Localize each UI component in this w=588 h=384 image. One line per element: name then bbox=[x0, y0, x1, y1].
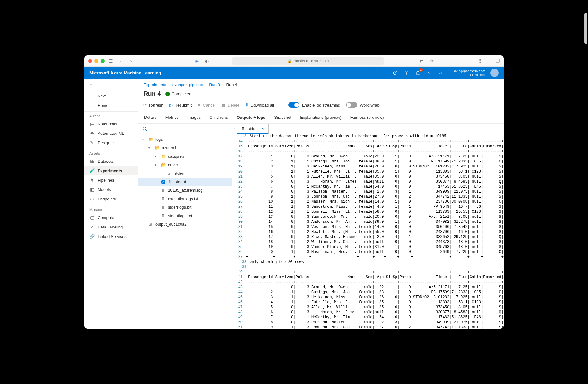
nav-fwd-icon[interactable]: › bbox=[127, 57, 135, 65]
code-line: 32| 16| 1| 2|Hewlett, Mrs. (Ma...|female… bbox=[237, 229, 504, 234]
sidebar-item-label: Automated ML bbox=[98, 131, 124, 136]
file-icon: 🗎 bbox=[241, 126, 245, 131]
line-number: 42 bbox=[237, 280, 246, 285]
translate-icon[interactable]: ⇄ bbox=[418, 57, 425, 65]
code-line: 36| 20| 1| 3|Masselmani, Mrs. ...|female… bbox=[237, 250, 504, 255]
log-streaming-toggle[interactable] bbox=[288, 102, 299, 108]
traffic-lights bbox=[88, 59, 105, 63]
tab-explanations-preview-[interactable]: Explanations (preview) bbox=[299, 112, 342, 123]
privacy-icon[interactable]: ◐ bbox=[203, 57, 211, 65]
feedback-icon[interactable]: ☺ bbox=[437, 70, 444, 76]
tree-folder-azureml[interactable]: ▾📂azureml bbox=[138, 144, 232, 152]
home-icon: ⌂ bbox=[89, 103, 94, 108]
code-line: 22| 6| 0| 3| Moran, Mr. James| male|null… bbox=[237, 179, 504, 184]
history-icon[interactable] bbox=[392, 70, 398, 76]
tab-images[interactable]: Images bbox=[187, 112, 202, 123]
search-icon[interactable] bbox=[138, 124, 232, 134]
tab-snapshot[interactable]: Snapshot bbox=[273, 112, 292, 123]
sidebar-item-label: Experiments bbox=[98, 168, 122, 173]
sidebar-item-linked-services[interactable]: 🔗Linked Services bbox=[84, 232, 138, 241]
breadcrumb-item[interactable]: synapse-pipeline bbox=[172, 82, 203, 87]
lock-icon: 🔒 bbox=[287, 59, 292, 63]
tree-file-executionlogs-txt[interactable]: 🗎executionlogs.txt bbox=[138, 195, 232, 203]
tree-file-stderr[interactable]: 🗎stderr bbox=[138, 169, 232, 178]
tree-item-label: stderr bbox=[174, 171, 185, 176]
tree-folder-driver[interactable]: ▾📂driver bbox=[138, 161, 232, 169]
line-number: 15 bbox=[237, 144, 246, 149]
sidebar-item-automated-ml[interactable]: ❖Automated ML bbox=[84, 129, 138, 138]
avatar[interactable] bbox=[490, 69, 499, 77]
notebooks-icon: ▤ bbox=[89, 121, 94, 126]
account-email: aking@contoso.com bbox=[454, 69, 485, 73]
line-number: 41 bbox=[237, 275, 246, 280]
notifications-icon[interactable]: 3 bbox=[415, 70, 421, 76]
tab-outputs-logs[interactable]: Outputs + logs bbox=[236, 112, 266, 123]
code-viewer[interactable]: 13Starting the daemon thread to refresh … bbox=[237, 134, 504, 329]
refresh-button[interactable]: ⟳Refresh bbox=[143, 102, 164, 107]
file-tab-stdout[interactable]: 🗎 stdout ✕ bbox=[237, 124, 269, 134]
sidebar-item-datasets[interactable]: ▦Datasets bbox=[84, 156, 138, 166]
sidebar-item-models[interactable]: ◧Models bbox=[84, 185, 138, 194]
code-line: 20| 4| 1| 1|Futrelle, Mrs. Ja...|female|… bbox=[237, 169, 504, 174]
close-icon[interactable] bbox=[88, 59, 92, 63]
shield-icon[interactable]: ◉ bbox=[193, 57, 201, 65]
tab-details[interactable]: Details bbox=[143, 112, 157, 123]
tree-file-10185-azureml-log[interactable]: 🗎10185_azureml.log bbox=[138, 186, 232, 195]
sidebar-item-endpoints[interactable]: ◌Endpoints bbox=[84, 194, 138, 204]
sidebar-item-label: Data Labeling bbox=[98, 225, 123, 229]
tree-item-label: stdoutlogs.txt bbox=[168, 213, 192, 218]
settings-icon[interactable] bbox=[403, 70, 410, 76]
new-tab-icon[interactable]: ＋ bbox=[487, 58, 491, 64]
tabs-icon[interactable]: ❐ bbox=[496, 58, 500, 64]
breadcrumb-item[interactable]: Experiments bbox=[143, 82, 166, 87]
tree-file-stdoutlogs-txt[interactable]: 🗎stdoutlogs.txt bbox=[138, 211, 232, 220]
tree-item-label: 10185_azureml.log bbox=[168, 188, 203, 193]
minimize-icon[interactable] bbox=[94, 59, 98, 63]
file-tree-pane: ▾📂logs▾📂azureml▸📁dataprep▾📂driver🗎stderr… bbox=[138, 124, 232, 329]
collapse-tree-icon[interactable]: « bbox=[232, 124, 237, 329]
share-icon[interactable]: ⇪ bbox=[478, 58, 482, 64]
sidebar-item-designer[interactable]: ✎Designer bbox=[84, 138, 138, 147]
code-line: 38only showing top 20 rows bbox=[237, 260, 504, 265]
download-all-button[interactable]: ⬇Download all bbox=[245, 102, 274, 107]
chevron-right-icon: › bbox=[206, 83, 207, 87]
tab-fairness-preview-[interactable]: Fairness (preview) bbox=[350, 112, 385, 123]
help-icon[interactable]: ? bbox=[426, 70, 432, 76]
sidebar-toggle-icon[interactable]: ☰ bbox=[107, 57, 115, 65]
sidebar-item-label: Home bbox=[98, 103, 109, 108]
maximize-icon[interactable] bbox=[101, 59, 105, 63]
code-text: | 3| 1| 3|Heikkinen, Miss. ...|female|26… bbox=[246, 164, 504, 169]
sidebar-item-home[interactable]: ⌂Home bbox=[84, 101, 138, 110]
sidebar-item-experiments[interactable]: 🧪Experiments bbox=[84, 166, 138, 175]
close-icon[interactable]: ✕ bbox=[261, 126, 265, 131]
tree-file-output-d8c1c0a2[interactable]: 🗎output_d8c1c0a2 bbox=[138, 220, 232, 228]
sidebar-item-pipelines[interactable]: ↯Pipelines bbox=[84, 175, 138, 185]
sidebar-item-compute[interactable]: ▢Compute bbox=[84, 213, 138, 222]
hamburger-icon[interactable]: ≡ bbox=[84, 79, 138, 91]
tab-metrics[interactable]: Metrics bbox=[165, 112, 179, 123]
tree-file-stdout[interactable]: ✓🗎stdout bbox=[138, 178, 232, 186]
code-line: 39 bbox=[237, 265, 504, 270]
resubmit-button[interactable]: ▷Resubmit bbox=[169, 102, 192, 107]
code-line: 42+-----------+--------+------+---------… bbox=[237, 280, 504, 285]
sidebar-item-new[interactable]: +New bbox=[84, 91, 138, 101]
code-text: |PassengerId|Survived|Pclass| Name| Sex|… bbox=[246, 144, 504, 149]
tree-folder-dataprep[interactable]: ▸📁dataprep bbox=[138, 152, 232, 161]
account-info[interactable]: aking@contoso.com CONTOSO bbox=[454, 69, 485, 77]
chevron-right-icon: › bbox=[223, 83, 224, 87]
code-line: 50| 8| 0| 3|Palsson, Master. ...| male| … bbox=[237, 320, 504, 325]
tree-file-stderrlogs-txt[interactable]: 🗎stderrlogs.txt bbox=[138, 203, 232, 211]
sidebar-item-label: Compute bbox=[98, 215, 114, 220]
nav-back-icon[interactable]: ‹ bbox=[117, 57, 125, 65]
sidebar-item-notebooks[interactable]: ▤Notebooks bbox=[84, 119, 138, 129]
sidebar-item-data-labeling[interactable]: ✓Data Labeling bbox=[84, 222, 138, 232]
breadcrumb-item[interactable]: Run 3 bbox=[209, 82, 220, 87]
tree-item-label: output_d8c1c0a2 bbox=[155, 222, 187, 227]
app-header: Microsoft Azure Machine Learning 3 ? ☺ a… bbox=[84, 67, 504, 79]
url-bar[interactable]: 🔒 master.ml.azure.com bbox=[232, 57, 384, 65]
tab-child-runs[interactable]: Child runs bbox=[209, 112, 229, 123]
check-icon: ✓ bbox=[165, 92, 170, 96]
word-wrap-toggle[interactable] bbox=[346, 102, 357, 108]
tree-folder-logs[interactable]: ▾📂logs bbox=[138, 135, 232, 144]
reload-icon[interactable]: ⟳ bbox=[428, 57, 435, 65]
